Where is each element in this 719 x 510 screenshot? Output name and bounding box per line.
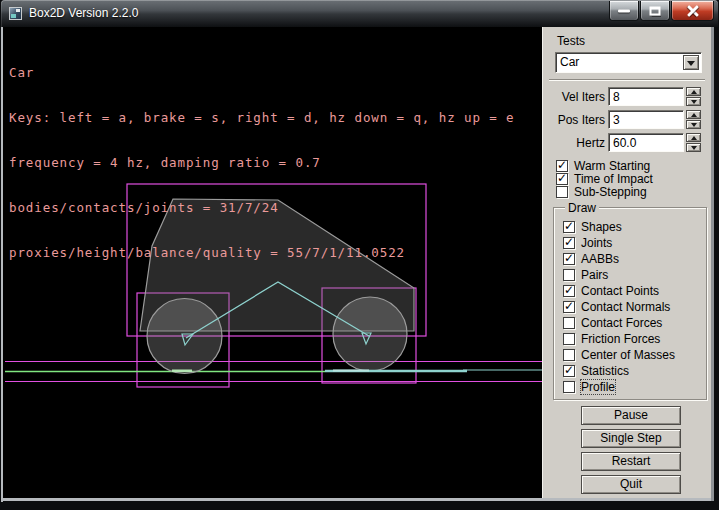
tests-dropdown[interactable]: Car — [555, 52, 702, 73]
contact-normals-label[interactable]: Contact Normals — [581, 300, 670, 314]
arrow-up-icon — [691, 136, 697, 140]
spinner-down-button[interactable] — [686, 97, 701, 106]
contact-normals-checkbox[interactable]: ✓ — [563, 301, 575, 313]
friction-forces-checkbox[interactable] — [563, 333, 575, 345]
window-title: Box2D Version 2.2.0 — [29, 6, 138, 20]
shapes-checkbox[interactable]: ✓ — [563, 221, 575, 233]
dropdown-arrow-button[interactable] — [683, 55, 699, 70]
pos-iters-input[interactable]: 3 — [608, 110, 684, 129]
profile-checkbox[interactable] — [563, 381, 575, 393]
window-frame-right — [711, 27, 714, 501]
tests-dropdown-value: Car — [560, 55, 579, 69]
arrow-up-icon — [691, 113, 697, 117]
hud-text: Car Keys: left = a, brake = s, right = d… — [9, 35, 515, 290]
window-frame-bottom — [1, 498, 714, 501]
sub-stepping-label[interactable]: Sub-Stepping — [574, 185, 647, 199]
joints-checkbox[interactable]: ✓ — [563, 237, 575, 249]
pos-iters-spinner — [686, 110, 701, 129]
hud-line-stats2: proxies/height/balance/quality = 55/7/1/… — [9, 245, 515, 260]
statistics-label[interactable]: Statistics — [581, 364, 629, 378]
gl-canvas[interactable]: Car Keys: left = a, brake = s, right = d… — [3, 27, 542, 498]
arrow-down-icon — [691, 123, 697, 127]
control-panel: Tests Car Vel Iters 8 Pos Iters 3 Hertz … — [542, 27, 711, 498]
contact-points-label[interactable]: Contact Points — [581, 284, 659, 298]
friction-forces-label[interactable]: Friction Forces — [581, 332, 660, 346]
tests-label: Tests — [557, 34, 585, 48]
window: Box2D Version 2.2.0 — [0, 0, 719, 510]
separator — [549, 79, 705, 81]
contact-points-checkbox[interactable]: ✓ — [563, 285, 575, 297]
app-icon — [9, 7, 22, 20]
shapes-label[interactable]: Shapes — [581, 220, 622, 234]
quit-button[interactable]: Quit — [581, 475, 681, 494]
aabbs-checkbox[interactable]: ✓ — [563, 253, 575, 265]
sub-stepping-checkbox[interactable] — [556, 186, 568, 198]
single-step-button[interactable]: Single Step — [581, 429, 681, 448]
spinner-down-button[interactable] — [686, 143, 701, 152]
spinner-up-button[interactable] — [686, 110, 701, 119]
time-of-impact-checkbox[interactable]: ✓ — [556, 173, 568, 185]
hertz-label: Hertz — [543, 136, 605, 150]
wheel-left — [147, 299, 222, 374]
hertz-input[interactable]: 60.0 — [608, 133, 684, 152]
maximize-button[interactable] — [640, 1, 670, 21]
pairs-checkbox[interactable] — [563, 269, 575, 281]
center-of-masses-label[interactable]: Center of Masses — [581, 348, 675, 362]
arrow-down-icon — [691, 100, 697, 104]
aabbs-label[interactable]: AABBs — [581, 252, 619, 266]
profile-label[interactable]: Profile — [581, 380, 615, 394]
time-of-impact-label[interactable]: Time of Impact — [574, 172, 653, 186]
close-button[interactable] — [671, 1, 714, 21]
vel-iters-spinner — [686, 87, 701, 106]
joints-label[interactable]: Joints — [581, 236, 612, 250]
hertz-spinner — [686, 133, 701, 152]
chevron-down-icon — [687, 61, 695, 66]
spinner-down-button[interactable] — [686, 120, 701, 129]
spinner-up-button[interactable] — [686, 133, 701, 142]
center-of-masses-checkbox[interactable] — [563, 349, 575, 361]
hud-line-stats1: bodies/contacts/joints = 31/7/24 — [9, 200, 515, 215]
vel-iters-input[interactable]: 8 — [608, 87, 684, 106]
restart-button[interactable]: Restart — [581, 452, 681, 471]
hud-line-params: frequency = 4 hz, damping ratio = 0.7 — [9, 155, 515, 170]
minimize-icon — [618, 9, 630, 12]
hud-line-keys: Keys: left = a, brake = s, right = d, hz… — [9, 110, 515, 125]
spinner-up-button[interactable] — [686, 87, 701, 96]
statistics-checkbox[interactable]: ✓ — [563, 365, 575, 377]
hud-line-title: Car — [9, 65, 515, 80]
minimize-button[interactable] — [609, 1, 639, 21]
maximize-icon — [650, 6, 661, 15]
pairs-label[interactable]: Pairs — [581, 268, 608, 282]
contact-forces-label[interactable]: Contact Forces — [581, 316, 662, 330]
pause-button[interactable]: Pause — [581, 406, 681, 425]
contact-forces-checkbox[interactable] — [563, 317, 575, 329]
arrow-up-icon — [691, 90, 697, 94]
warm-starting-label[interactable]: Warm Starting — [574, 159, 650, 173]
arrow-down-icon — [691, 146, 697, 150]
contact-mark-right — [333, 370, 369, 372]
pos-iters-label: Pos Iters — [543, 113, 605, 127]
draw-groupbox-label: Draw — [565, 201, 599, 215]
window-titlebar[interactable]: Box2D Version 2.2.0 — [1, 0, 718, 28]
vel-iters-label: Vel Iters — [543, 90, 605, 104]
contact-mark-left — [172, 370, 192, 373]
